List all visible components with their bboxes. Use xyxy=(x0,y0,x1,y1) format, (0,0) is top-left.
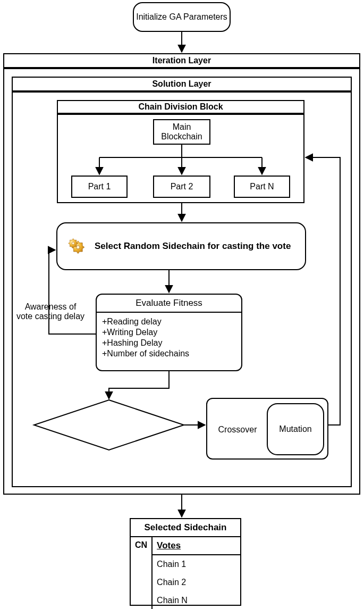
svg-point-0 xyxy=(77,246,80,249)
fitness-title: Evaluate Fitness xyxy=(97,295,241,313)
fitness-title-label: Evaluate Fitness xyxy=(136,298,202,308)
selected-title-label: Selected Sidechain xyxy=(145,522,227,532)
cn-header: CN xyxy=(131,537,153,609)
table-row: Chain 1 xyxy=(153,555,240,573)
selected-sidechain-box: Selected Sidechain CN Votes Chain 1 Chai… xyxy=(130,518,241,606)
evaluate-fitness-box: Evaluate Fitness +Reading delay +Writing… xyxy=(96,294,242,371)
fitness-item-3: +Number of sidechains xyxy=(102,349,236,358)
select-random-sidechain-box: Select Random Sidechain for casting the … xyxy=(56,222,306,270)
part-2-label: Part 2 xyxy=(171,182,193,191)
main-blockchain-box: Main Blockchain xyxy=(153,119,210,145)
selected-table: CN Votes Chain 1 Chain 2 Chain N xyxy=(131,537,240,609)
votes-column: Votes Chain 1 Chain 2 Chain N xyxy=(153,537,240,609)
svg-point-1 xyxy=(72,242,74,245)
crossover-label: Crossover xyxy=(218,425,257,435)
init-ga-parameters: Initialize GA Parameters xyxy=(133,2,231,32)
solution-layer-title: Solution Layer xyxy=(12,77,352,91)
iteration-layer-label: Iteration Layer xyxy=(153,56,211,65)
mutation-label: Mutation xyxy=(279,424,311,434)
part-n-label: Part N xyxy=(250,182,274,191)
selected-title: Selected Sidechain xyxy=(131,519,240,537)
part-2-box: Part 2 xyxy=(153,176,210,198)
part-n-box: Part N xyxy=(234,176,290,198)
fitness-item-0: +Reading delay xyxy=(102,317,236,327)
check-quality-label-wrap: Check Sidechain Quality xyxy=(48,420,170,431)
crossover-label-wrap: Crossover xyxy=(209,399,266,461)
solution-layer-label: Solution Layer xyxy=(152,79,211,89)
fitness-item-1: +Writing Delay xyxy=(102,328,236,337)
cn-label: CN xyxy=(135,540,147,549)
mutation-label-wrap: Mutation xyxy=(267,403,324,455)
votes-header: Votes xyxy=(153,537,240,555)
select-random-label: Select Random Sidechain for casting the … xyxy=(95,241,291,252)
fitness-item-2: +Hashing Delay xyxy=(102,338,236,348)
chain-division-title: Chain Division Block xyxy=(57,100,304,114)
awareness-text: Awareness of vote casting delay xyxy=(16,302,84,321)
fitness-body: +Reading delay +Writing Delay +Hashing D… xyxy=(97,313,241,363)
awareness-label: Awareness of vote casting delay xyxy=(16,302,85,321)
part-1-box: Part 1 xyxy=(71,176,128,198)
iteration-layer-title: Iteration Layer xyxy=(3,53,360,68)
votes-header-label: Votes xyxy=(157,540,181,550)
crossover-mutation-box: Crossover Mutation xyxy=(206,398,328,460)
init-label: Initialize GA Parameters xyxy=(136,12,227,22)
table-row: Chain N xyxy=(153,591,240,609)
table-row: Chain 2 xyxy=(153,573,240,591)
main-blockchain-label: Main Blockchain xyxy=(156,122,207,141)
check-quality-label: Check Sidechain Quality xyxy=(60,420,158,430)
gear-icon xyxy=(65,234,89,258)
chain-division-label: Chain Division Block xyxy=(138,102,223,112)
part-1-label: Part 1 xyxy=(88,182,111,191)
